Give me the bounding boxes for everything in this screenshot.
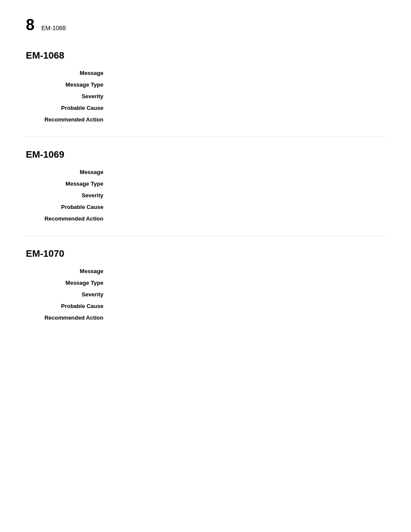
field-value-em-1070-1 (112, 280, 385, 286)
field-row-em-1069-2: Severity (26, 192, 385, 199)
field-value-em-1069-1 (112, 180, 385, 187)
section-title-em-1069: EM-1069 (26, 149, 385, 160)
field-row-em-1069-4: Recommended Action (26, 215, 385, 222)
field-label-em-1070-2: Severity (26, 291, 112, 298)
field-label-em-1068-0: Message (26, 70, 112, 76)
field-row-em-1070-3: Probable Cause (26, 303, 385, 309)
field-label-em-1068-3: Probable Cause (26, 105, 112, 111)
field-row-em-1068-3: Probable Cause (26, 105, 385, 111)
page-number: 8 (26, 17, 34, 33)
field-label-em-1070-4: Recommended Action (26, 314, 112, 321)
field-row-em-1069-1: Message Type (26, 180, 385, 187)
field-row-em-1070-2: Severity (26, 291, 385, 298)
page-header: 8 EM-1068 (26, 17, 385, 33)
field-label-em-1069-1: Message Type (26, 180, 112, 187)
section-em-1070: EM-1070MessageMessage TypeSeverityProbab… (26, 248, 385, 321)
field-row-em-1070-0: Message (26, 268, 385, 274)
sections-container: EM-1068MessageMessage TypeSeverityProbab… (26, 50, 385, 321)
field-label-em-1070-1: Message Type (26, 280, 112, 286)
field-label-em-1070-0: Message (26, 268, 112, 274)
section-em-1069: EM-1069MessageMessage TypeSeverityProbab… (26, 149, 385, 222)
field-value-em-1068-1 (112, 81, 385, 88)
field-row-em-1070-1: Message Type (26, 280, 385, 286)
field-value-em-1069-4 (112, 215, 385, 222)
section-divider (26, 137, 385, 137)
field-label-em-1068-2: Severity (26, 93, 112, 100)
field-label-em-1070-3: Probable Cause (26, 303, 112, 309)
field-label-em-1069-4: Recommended Action (26, 215, 112, 222)
field-label-em-1069-2: Severity (26, 192, 112, 199)
field-row-em-1070-4: Recommended Action (26, 314, 385, 321)
field-value-em-1069-2 (112, 192, 385, 199)
field-label-em-1069-0: Message (26, 169, 112, 175)
field-label-em-1069-3: Probable Cause (26, 204, 112, 210)
field-row-em-1069-3: Probable Cause (26, 204, 385, 210)
field-row-em-1068-4: Recommended Action (26, 116, 385, 123)
field-value-em-1070-4 (112, 314, 385, 321)
field-value-em-1070-3 (112, 303, 385, 309)
field-value-em-1068-4 (112, 116, 385, 123)
field-label-em-1068-1: Message Type (26, 81, 112, 88)
field-value-em-1068-2 (112, 93, 385, 100)
field-row-em-1068-1: Message Type (26, 81, 385, 88)
field-value-em-1068-3 (112, 105, 385, 111)
field-row-em-1069-0: Message (26, 169, 385, 175)
field-value-em-1070-0 (112, 268, 385, 274)
field-label-em-1068-4: Recommended Action (26, 116, 112, 123)
field-row-em-1068-0: Message (26, 70, 385, 76)
field-value-em-1069-0 (112, 169, 385, 175)
section-title-em-1068: EM-1068 (26, 50, 385, 61)
header-title: EM-1068 (41, 25, 66, 31)
field-value-em-1068-0 (112, 70, 385, 76)
field-row-em-1068-2: Severity (26, 93, 385, 100)
section-divider (26, 236, 385, 236)
field-value-em-1069-3 (112, 204, 385, 210)
field-value-em-1070-2 (112, 291, 385, 298)
section-em-1068: EM-1068MessageMessage TypeSeverityProbab… (26, 50, 385, 123)
section-title-em-1070: EM-1070 (26, 248, 385, 259)
